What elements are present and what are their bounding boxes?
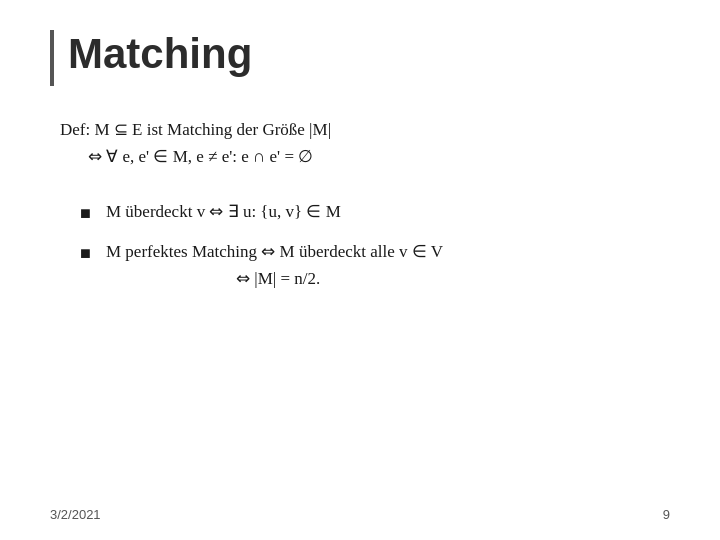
bullet-item-2: ■ M perfektes Matching ⇔ M überdeckt all… [80, 238, 670, 292]
bullet-text-1: M überdeckt v ⇔ ∃ u: {u, v} ∈ M [106, 198, 670, 225]
content-area: Def: M ⊆ E ist Matching der Größe |M| ⇔ … [50, 116, 670, 293]
footer-page: 9 [663, 507, 670, 522]
bullet-dot-1: ■ [80, 199, 100, 228]
bullet-item-1: ■ M überdeckt v ⇔ ∃ u: {u, v} ∈ M [80, 198, 670, 228]
bullet-dot-2: ■ [80, 239, 100, 268]
footer-date: 3/2/2021 [50, 507, 101, 522]
slide-title: Matching [50, 30, 670, 86]
bullet-text-2-line1: M perfektes Matching ⇔ M überdeckt alle … [106, 242, 443, 261]
bullet-text-2: M perfektes Matching ⇔ M überdeckt alle … [106, 238, 670, 292]
slide-footer: 3/2/2021 9 [50, 507, 670, 522]
def-sub: ⇔ ∀ e, e' ∈ M, e ≠ e': e ∩ e' = ∅ [60, 143, 670, 170]
bullet-list: ■ M überdeckt v ⇔ ∃ u: {u, v} ∈ M ■ M pe… [60, 198, 670, 292]
bullet-text-2-line2: ⇔ |M| = n/2. [106, 265, 670, 292]
slide-container: Matching Def: M ⊆ E ist Matching der Grö… [0, 0, 720, 540]
def-heading: Def: M ⊆ E ist Matching der Größe |M| [60, 116, 670, 143]
definition-block: Def: M ⊆ E ist Matching der Größe |M| ⇔ … [60, 116, 670, 170]
